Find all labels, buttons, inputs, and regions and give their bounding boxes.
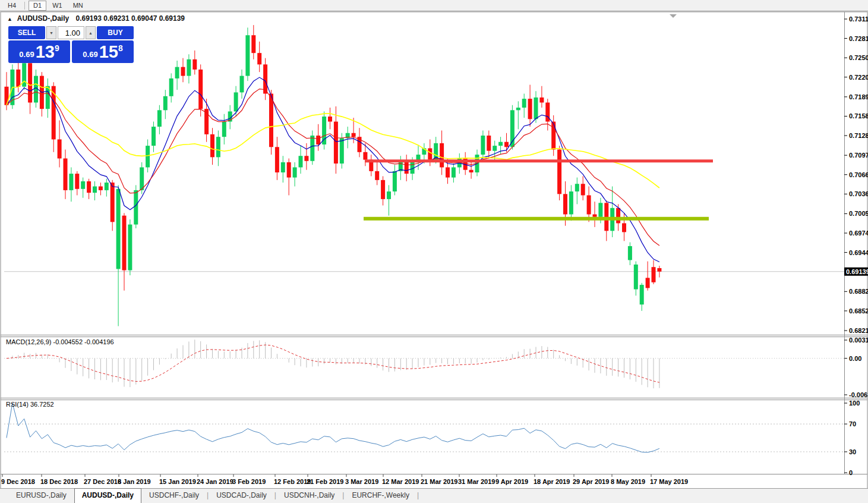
buy-price-base: 0.69 — [83, 50, 97, 59]
panel-splitter[interactable] — [1, 398, 867, 400]
chart-canvas: 0.731150.728100.725050.722000.718900.715… — [0, 0, 868, 503]
svg-text:-0.006317: -0.006317 — [849, 391, 868, 398]
sell-price-pip: 9 — [55, 43, 59, 53]
sell-price-box[interactable]: 0.69 13 9 — [8, 40, 70, 63]
svg-text:8 May 2019: 8 May 2019 — [611, 478, 645, 485]
collapse-panel-icon[interactable]: ▲ — [7, 16, 12, 22]
rsi-line — [7, 403, 659, 452]
macd-histogram — [7, 339, 659, 388]
svg-text:29 Apr 2019: 29 Apr 2019 — [573, 478, 609, 485]
svg-text:0.69745: 0.69745 — [849, 230, 868, 237]
svg-text:0: 0 — [849, 469, 853, 476]
svg-text:0.69440: 0.69440 — [849, 249, 868, 256]
svg-text:9 Dec 2018: 9 Dec 2018 — [1, 478, 35, 485]
macd-indicator-label: MACD(12,26,9) -0.004552 -0.004196 — [6, 338, 114, 345]
svg-text:0.73115: 0.73115 — [849, 15, 868, 23]
buy-button[interactable]: BUY — [97, 26, 134, 39]
price-axis[interactable]: 0.731150.728100.725050.722000.718900.715… — [844, 15, 868, 476]
svg-text:0.003164: 0.003164 — [849, 337, 868, 344]
chart-tab-eurusd-daily[interactable]: EURUSD-,Daily — [8, 488, 74, 503]
svg-text:0.70050: 0.70050 — [849, 210, 868, 217]
chart-tab-usdchf-daily[interactable]: USDCHF-,Daily — [141, 488, 207, 503]
rsi-panel — [4, 403, 844, 452]
svg-text:21 Mar 2019: 21 Mar 2019 — [421, 478, 457, 485]
chart-tab-usdcnh-daily[interactable]: USDCNH-,Daily — [276, 488, 342, 503]
symbol-title: AUDUSD-,Daily — [17, 14, 69, 23]
svg-text:0.70970: 0.70970 — [849, 152, 868, 159]
svg-text:31 Mar 2019: 31 Mar 2019 — [458, 478, 495, 485]
svg-text:15 Jan 2019: 15 Jan 2019 — [159, 478, 196, 485]
one-click-trade-panel: SELL ▼ ▲ BUY 0.69 13 9 0.69 15 8 — [8, 26, 134, 63]
svg-text:3 Mar 2019: 3 Mar 2019 — [345, 478, 378, 485]
buy-price-big: 15 — [99, 41, 118, 62]
chart-tab-usdcad-daily[interactable]: USDCAD-,Daily — [209, 488, 274, 503]
svg-text:21 Feb 2019: 21 Feb 2019 — [307, 478, 343, 485]
macd-signal-line — [7, 345, 659, 382]
svg-text:0.72810: 0.72810 — [849, 35, 868, 42]
volume-input[interactable] — [58, 26, 84, 39]
svg-text:0.70360: 0.70360 — [849, 190, 868, 197]
support-hline[interactable] — [364, 217, 709, 221]
sell-button[interactable]: SELL — [8, 26, 45, 39]
svg-text:0.71585: 0.71585 — [849, 112, 868, 120]
macd-panel — [4, 339, 844, 388]
volume-increase-button[interactable]: ▲ — [86, 26, 96, 39]
buy-price-box[interactable]: 0.69 15 8 — [72, 40, 134, 63]
sell-price-big: 13 — [36, 41, 55, 62]
buy-price-pip: 8 — [118, 43, 123, 53]
mt4-chart-window: H4D1W1MN 0.731150.728100.725050.722000.7… — [0, 0, 868, 503]
svg-text:18 Apr 2019: 18 Apr 2019 — [534, 478, 570, 485]
time-axis[interactable]: 9 Dec 201818 Dec 201827 Dec 20186 Jan 20… — [1, 474, 688, 485]
chart-tab-audusd-daily[interactable]: AUDUSD-,Daily — [74, 488, 141, 503]
svg-text:27 Dec 2018: 27 Dec 2018 — [84, 478, 121, 485]
symbol-ohlc-header: ▲ AUDUSD-,Daily 0.69193 0.69231 0.69047 … — [7, 14, 185, 23]
volume-decrease-button[interactable]: ▼ — [46, 26, 56, 39]
svg-text:17 May 2019: 17 May 2019 — [650, 478, 688, 485]
svg-text:24 Jan 2019: 24 Jan 2019 — [197, 478, 233, 485]
svg-text:0.68520: 0.68520 — [849, 307, 868, 315]
svg-text:0.71280: 0.71280 — [849, 132, 868, 139]
panel-splitter[interactable] — [1, 335, 867, 337]
svg-text:12 Mar 2019: 12 Mar 2019 — [382, 478, 419, 485]
svg-text:18 Dec 2018: 18 Dec 2018 — [40, 478, 78, 485]
svg-text:0.70665: 0.70665 — [849, 171, 868, 178]
tab-separator: | — [417, 491, 419, 499]
resistance-hline[interactable] — [365, 159, 713, 162]
svg-text:0.00: 0.00 — [849, 355, 861, 362]
svg-text:100: 100 — [849, 400, 860, 407]
svg-text:6 Jan 2019: 6 Jan 2019 — [118, 478, 151, 485]
svg-text:0.71890: 0.71890 — [849, 93, 868, 100]
svg-text:0.68210: 0.68210 — [849, 327, 868, 334]
svg-text:3 Feb 2019: 3 Feb 2019 — [232, 478, 266, 485]
chart-tab-eurchf-weekly[interactable]: EURCHF-,Weekly — [344, 488, 416, 503]
svg-text:30: 30 — [849, 448, 856, 455]
svg-text:12 Feb 2019: 12 Feb 2019 — [274, 478, 311, 485]
price-panel — [4, 25, 844, 326]
chart-tab-bar: EURUSD-,DailyAUDUSD-,DailyUSDCHF-,Daily|… — [0, 488, 868, 503]
svg-text:0.72505: 0.72505 — [849, 54, 868, 61]
svg-text:9 Apr 2019: 9 Apr 2019 — [495, 478, 528, 485]
svg-text:70: 70 — [849, 420, 856, 427]
svg-text:0.72200: 0.72200 — [849, 74, 868, 81]
chart-shift-marker-icon[interactable] — [670, 14, 677, 18]
ohlc-values: 0.69193 0.69231 0.69047 0.69139 — [76, 14, 185, 23]
sell-price-base: 0.69 — [19, 50, 34, 59]
svg-text:0.68825: 0.68825 — [849, 288, 868, 295]
svg-text:0.69139: 0.69139 — [846, 268, 868, 275]
rsi-indicator-label: RSI(14) 36.7252 — [6, 401, 54, 408]
